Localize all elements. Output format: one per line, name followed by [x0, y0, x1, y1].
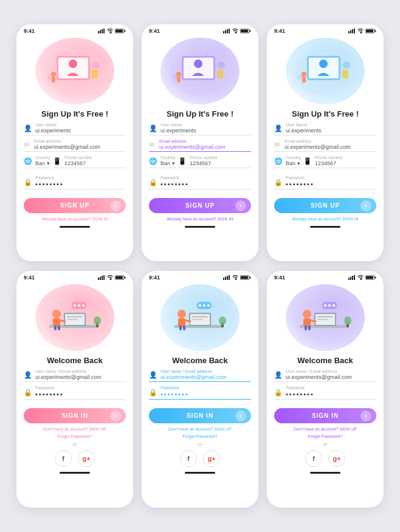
footer-link-1[interactable]: SIGN UP [339, 427, 357, 431]
footer-text-2[interactable]: Forget Password? [58, 434, 92, 438]
signup-button[interactable]: SIGN UP › [24, 198, 126, 213]
form-section: 👤 User name / Email address ui.experimen… [16, 369, 133, 403]
footer-link-2[interactable]: Forget Password? [58, 434, 92, 438]
svg-point-26 [194, 60, 202, 68]
phone-field[interactable]: 📱 Phone number 1234567 [303, 155, 376, 168]
footer-static-1: Don't have an account? [43, 427, 89, 431]
signin-illustration [164, 287, 236, 348]
illustration [35, 38, 114, 104]
form-section: 👤 User Name ui.experiments ✉ Email addre… [267, 123, 384, 193]
button-label: SIGN UP [60, 202, 89, 209]
country-field[interactable]: 🌐 Country Ban ▾ [24, 155, 50, 168]
country-field[interactable]: 🌐 Country Ban ▾ [149, 155, 176, 168]
user-icon: 👤 [149, 371, 157, 379]
field-value: ui.experiments [160, 128, 251, 134]
field-row-password[interactable]: 🔒 Password •••••••• [24, 386, 126, 400]
svg-point-28 [218, 61, 225, 69]
wifi-icon [357, 275, 364, 280]
field-row-text[interactable]: 👤 User Name ui.experiments [274, 123, 376, 135]
footer-link[interactable]: SIGN IN [92, 217, 108, 221]
field-content: Password •••••••• [35, 176, 126, 188]
signin-illustration [38, 287, 111, 348]
footer-text-1: Don't have an account? SIGN UP [43, 427, 106, 431]
footer-link-2[interactable]: Forget Password? [308, 434, 343, 438]
footer-link[interactable]: SIGN IN [342, 217, 358, 221]
footer-link[interactable]: SIGN IN [217, 217, 233, 221]
signin-button[interactable]: SIGN IN › [24, 408, 126, 423]
phone-field[interactable]: 📱 Phone number 1234567 [178, 155, 251, 168]
svg-rect-76 [241, 276, 248, 279]
facebook-button[interactable]: f [305, 450, 322, 467]
svg-point-91 [207, 304, 210, 307]
svg-rect-31 [217, 70, 223, 78]
signin-button[interactable]: SIGN IN › [149, 408, 251, 423]
googleplus-button[interactable]: g+ [203, 450, 220, 467]
footer-text-2[interactable]: Forget Password? [183, 434, 218, 438]
googleplus-button[interactable]: g+ [328, 450, 345, 467]
field-label: Password [160, 176, 251, 180]
footer-link-2[interactable]: Forget Password? [183, 434, 218, 438]
googleplus-button[interactable]: g+ [78, 450, 95, 467]
footer-text-2[interactable]: Forget Password? [308, 434, 343, 438]
field-content: User Name ui.experiments [160, 123, 251, 134]
signal-icon [98, 29, 105, 33]
phone-icon: 📱 [178, 157, 187, 165]
svg-rect-2 [102, 29, 103, 33]
illustration [286, 38, 365, 104]
field-row-text[interactable]: 👤 User name / Email address ui.experimen… [274, 369, 376, 382]
field-value: ui.experiments [35, 128, 126, 134]
country-value: Ban ▾ [160, 160, 176, 166]
field-row-text[interactable]: 👤 User Name ui.experiments [149, 123, 251, 135]
status-icons [348, 275, 376, 280]
wifi-icon [107, 29, 113, 33]
svg-point-112 [324, 304, 326, 307]
home-indicator [310, 226, 340, 228]
svg-point-42 [319, 60, 328, 68]
arrow-icon: › [360, 411, 371, 421]
phone-row-wrapper: 🌐 Country Ban ▾ 📱 Phone number 1234567 [149, 155, 251, 172]
field-label: User name / Email address [160, 369, 251, 373]
field-row-password[interactable]: 🔒 Password •••••••• [274, 176, 376, 189]
field-value: •••••••• [160, 390, 251, 398]
field-value: ui.experiments [286, 128, 376, 134]
footer-link-1[interactable]: SIGN UP [89, 427, 106, 431]
time: 9:41 [274, 28, 285, 34]
or-divider: or [198, 442, 202, 447]
svg-rect-0 [98, 31, 99, 33]
signal-icon [223, 29, 230, 33]
svg-point-93 [219, 316, 226, 325]
field-row-password[interactable]: 🔒 Password •••••••• [24, 176, 126, 189]
svg-rect-48 [98, 278, 99, 280]
footer-link-1[interactable]: SIGN UP [214, 427, 232, 431]
field-row-password[interactable]: 🔒 Password •••••••• [149, 176, 251, 189]
facebook-button[interactable]: f [180, 450, 197, 467]
field-row-text[interactable]: ✉ Email address ui.experiments@gmail.com [274, 139, 376, 152]
phone-field[interactable]: 📱 Phone number 1234567 [53, 155, 126, 168]
battery-icon [240, 29, 251, 33]
field-row-password[interactable]: 🔒 Password •••••••• [274, 386, 376, 400]
svg-rect-82 [192, 316, 208, 318]
country-field[interactable]: 🌐 Country Ban ▾ [274, 155, 301, 168]
signup-button[interactable]: SIGN UP › [274, 198, 376, 213]
signal-icon [223, 275, 230, 280]
signup-button[interactable]: SIGN UP › [149, 198, 251, 213]
field-label: Password [35, 386, 126, 390]
field-row-text[interactable]: 👤 User name / Email address ui.experimen… [149, 369, 251, 382]
field-row-text[interactable]: 👤 User Name ui.experiments [24, 123, 126, 135]
card-signup-2: 9:41 Sign Up It's Free !👤 User Name [142, 24, 258, 261]
button-label: SIGN UP [311, 202, 340, 209]
form-section: 👤 User Name ui.experiments ✉ Email addre… [142, 123, 258, 193]
svg-rect-59 [67, 316, 83, 318]
country-content: Country Ban ▾ [35, 155, 50, 166]
battery-icon [365, 29, 376, 33]
facebook-button[interactable]: f [55, 450, 72, 467]
field-row-text[interactable]: ✉ Email address ui.experiments@gmail.com [24, 139, 126, 152]
field-row-password[interactable]: 🔒 Password •••••••• [149, 386, 251, 400]
lock-icon: 🔒 [274, 179, 283, 186]
button-label: SIGN IN [312, 412, 339, 419]
field-row-text[interactable]: ✉ Email address ui.experiments@gmail.com [149, 139, 251, 152]
svg-point-84 [178, 310, 186, 318]
signin-button[interactable]: SIGN IN › [274, 408, 376, 423]
illustration [160, 38, 240, 104]
field-row-text[interactable]: 👤 User name / Email address ui.experimen… [24, 369, 126, 382]
